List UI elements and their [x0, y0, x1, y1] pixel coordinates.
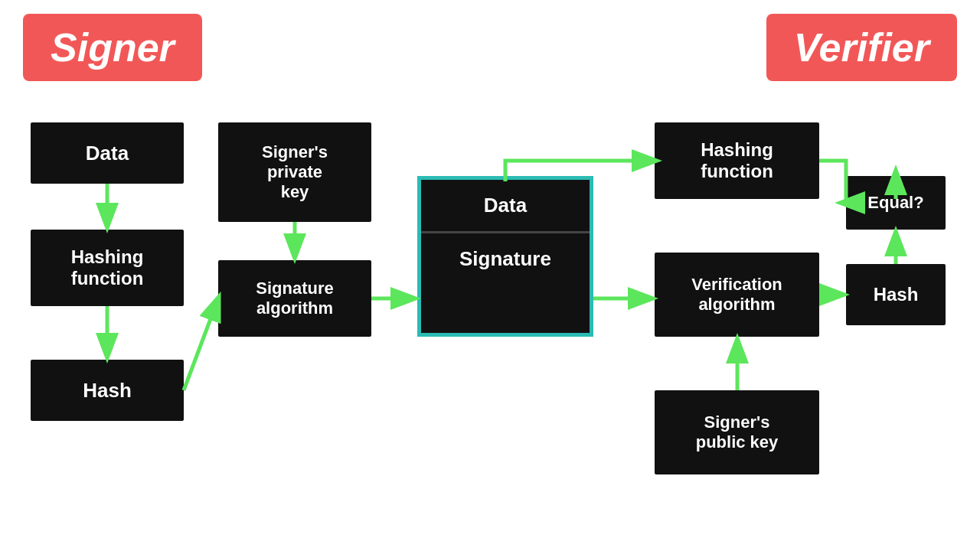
teal-signature-label: Signature [421, 233, 590, 285]
verifier-header: Verifier [766, 14, 957, 81]
private-key-box: Signer's private key [218, 122, 371, 222]
equal-box: Equal? [846, 176, 946, 230]
verifier-title: Verifier [794, 25, 929, 70]
hashing-right-box: Hashing function [655, 122, 819, 199]
svg-line-3 [184, 298, 218, 390]
teal-data-signature-container: Data Signature [417, 176, 593, 337]
signer-title: Signer [51, 25, 175, 70]
verification-algo-box: Verification algorithm [655, 253, 819, 337]
hashing-left-box: Hashing function [31, 230, 184, 306]
teal-data-label: Data [421, 180, 590, 233]
signer-header: Signer [23, 14, 202, 81]
public-key-box: Signer's public key [655, 390, 819, 474]
hash-right-box: Hash [846, 264, 946, 325]
signature-algo-box: Signature algorithm [218, 260, 371, 337]
data-left-box: Data [31, 122, 184, 184]
hash-left-box: Hash [31, 360, 184, 421]
